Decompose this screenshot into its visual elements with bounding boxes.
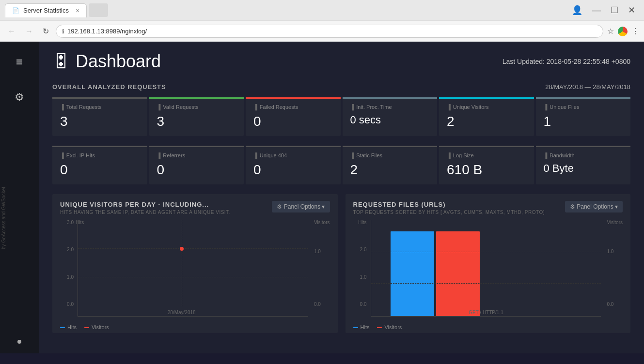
stat-value: 0 xyxy=(253,162,333,178)
reload-button[interactable]: ↻ xyxy=(40,25,52,38)
secure-icon: ℹ xyxy=(62,28,64,35)
stat-label: ▐ Failed Requests xyxy=(253,104,333,110)
overall-section-title: OVERALL ANALYZED REQUESTS xyxy=(52,83,166,91)
new-tab-button[interactable]: ​ xyxy=(89,3,108,17)
stat-bar xyxy=(246,146,341,147)
back-button[interactable]: ← xyxy=(5,25,18,38)
grid-line-3 xyxy=(78,220,308,220)
stat-value: 3 xyxy=(60,114,140,129)
unique-visitors-panel-header: UNIQUE VISITORS PER DAY - INCLUDING... H… xyxy=(52,194,338,220)
bar-chart-body: GET / HTTP/1.1 xyxy=(371,220,601,317)
requested-files-panel: REQUESTED FILES (URLS) TOP REQUESTS SORT… xyxy=(346,194,631,333)
page-header: 🎛 Dashboard Last Updated: 2018-05-28 22:… xyxy=(52,51,630,72)
stat-bar-icon: ▐ xyxy=(60,104,64,110)
stat-label: ▐ Static Files xyxy=(350,152,430,158)
stat-bar-icon: ▐ xyxy=(544,152,548,158)
right-panel-legend: Hits Visitors xyxy=(346,321,631,333)
stat-value: 2 xyxy=(447,114,526,129)
legend-hits-dot xyxy=(60,327,65,328)
stat-label: ▐ Total Requests xyxy=(60,104,140,110)
stats-grid-row1: ▐ Total Requests 3 ▐ Valid Requests 3 ▐ … xyxy=(52,97,630,136)
stat-card-total-requests: ▐ Total Requests 3 xyxy=(52,97,147,136)
menu-toggle-icon[interactable]: ≡ xyxy=(12,51,27,73)
stat-bar-icon: ▐ xyxy=(350,152,354,158)
requested-files-title: REQUESTED FILES (URLS) xyxy=(353,201,545,208)
stat-card-init.-proc.-time: ▐ Init. Proc. Time 0 secs xyxy=(343,97,438,136)
stat-card-referrers: ▐ Referrers 0 xyxy=(149,146,244,184)
panels-row: UNIQUE VISITORS PER DAY - INCLUDING... H… xyxy=(52,194,630,333)
chart-body-left: 28/May/2018 xyxy=(78,220,308,317)
unique-visitors-title: UNIQUE VISITORS PER DAY - INCLUDING... xyxy=(60,201,230,208)
browser-tab-active[interactable]: 📄 Server Statistics × xyxy=(5,3,87,17)
browser-titlebar: 📄 Server Statistics × ​ 👤 — ☐ ✕ xyxy=(0,0,644,20)
stat-card-excl.-ip-hits: ▐ Excl. IP Hits 0 xyxy=(52,146,147,184)
tab-close-button[interactable]: × xyxy=(76,7,79,15)
unique-visitors-options-button[interactable]: ⚙ Panel Options ▾ xyxy=(272,201,330,212)
stat-label: ▐ Unique Visitors xyxy=(447,104,526,110)
requested-files-subtitle: TOP REQUESTS SORTED BY HITS [ AVGTS, CUM… xyxy=(353,210,545,215)
stat-card-unique-visitors: ▐ Unique Visitors 2 xyxy=(439,97,534,136)
chart-x-label: 28/May/2018 xyxy=(168,310,196,315)
bar-hits xyxy=(391,231,434,316)
forward-button[interactable]: → xyxy=(22,25,36,38)
stat-label: ▐ Referrers xyxy=(157,152,236,158)
restore-button[interactable]: ☐ xyxy=(607,3,622,17)
stat-bar-icon: ▐ xyxy=(60,152,64,158)
stat-card-bandwidth: ▐ Bandwidth 0 Byte xyxy=(536,146,631,184)
stat-label: ▐ Unique Files xyxy=(544,104,623,110)
side-label: by GoAccess and GWSocket xyxy=(1,187,6,249)
tab-title: Server Statistics xyxy=(23,7,69,14)
stat-bar-icon: ▐ xyxy=(350,104,354,110)
stat-bar xyxy=(439,97,534,99)
stat-value: 1 xyxy=(544,114,623,129)
stat-value: 0 xyxy=(157,162,236,178)
overall-section-header: OVERALL ANALYZED REQUESTS 28/MAY/2018 — … xyxy=(52,83,630,91)
stat-value: 2 xyxy=(350,162,430,178)
stat-bar xyxy=(536,146,631,147)
settings-icon[interactable]: ⚙ xyxy=(11,87,28,107)
y-axis-left: 3.0 2.0 1.0 0.0 xyxy=(60,220,74,317)
stat-bar xyxy=(343,146,438,147)
overall-date-range: 28/MAY/2018 — 28/MAY/2018 xyxy=(545,83,630,91)
stat-label: ▐ Valid Requests xyxy=(157,104,236,110)
stat-label: ▐ Init. Proc. Time xyxy=(350,104,430,110)
stat-value: 0 xyxy=(60,162,140,178)
bookmark-icon[interactable]: ☆ xyxy=(607,27,614,36)
browser-chrome: 📄 Server Statistics × ​ 👤 — ☐ ✕ ← → ↻ ℹ … xyxy=(0,0,644,42)
bar-grid-line-bot xyxy=(371,283,601,284)
unique-visitors-panel: UNIQUE VISITORS PER DAY - INCLUDING... H… xyxy=(52,194,338,333)
stat-card-valid-requests: ▐ Valid Requests 3 xyxy=(149,97,244,136)
stat-value: 0 xyxy=(253,114,333,129)
app-wrapper: ≡ ⚙ by GoAccess and GWSocket 🎛 Dashboard… xyxy=(0,42,644,353)
stat-value: 0 secs xyxy=(350,114,430,126)
close-button[interactable]: ✕ xyxy=(624,3,639,17)
stat-label: ▐ Log Size xyxy=(447,152,526,158)
stat-label: ▐ Excl. IP Hits xyxy=(60,152,140,158)
legend-visitors-right: Visitors xyxy=(377,324,402,330)
page-title: 🎛 Dashboard xyxy=(52,51,161,72)
stat-value: 0 Byte xyxy=(544,162,623,175)
legend-hits-right: Hits xyxy=(353,324,370,330)
requested-files-options-button[interactable]: ⚙ Panel Options ▾ xyxy=(565,201,623,212)
menu-icon[interactable]: ⋮ xyxy=(631,27,639,36)
stat-bar xyxy=(52,146,147,147)
bar-x-label: GET / HTTP/1.1 xyxy=(469,310,503,315)
stat-bar xyxy=(536,97,631,99)
y-axis-right-panel-left: Hits 2.0 1.0 0.0 xyxy=(353,220,367,317)
legend-hits: Hits xyxy=(60,324,77,330)
stat-card-unique-files: ▐ Unique Files 1 xyxy=(536,97,631,136)
unique-visitors-chart: 3.0 2.0 1.0 0.0 xyxy=(52,220,338,321)
bar-grid-line-top xyxy=(371,220,601,220)
legend-visitors: Visitors xyxy=(84,324,109,330)
bar-visitors xyxy=(436,231,480,316)
minimize-button[interactable]: — xyxy=(588,3,605,17)
main-content: 🎛 Dashboard Last Updated: 2018-05-28 22:… xyxy=(39,42,644,353)
stat-bar-icon: ▐ xyxy=(447,104,451,110)
requested-files-panel-header: REQUESTED FILES (URLS) TOP REQUESTS SORT… xyxy=(346,194,631,220)
account-icon[interactable]: 👤 xyxy=(568,3,586,17)
address-bar[interactable]: ℹ 192.168.1.13:8989/nginxlog/ xyxy=(56,25,603,38)
stat-bar xyxy=(246,97,341,99)
browser-toolbar: ← → ↻ ℹ 192.168.1.13:8989/nginxlog/ ☆ ⋮ xyxy=(0,20,644,42)
stat-value: 3 xyxy=(157,114,236,129)
sidebar-status-dot xyxy=(17,340,21,344)
